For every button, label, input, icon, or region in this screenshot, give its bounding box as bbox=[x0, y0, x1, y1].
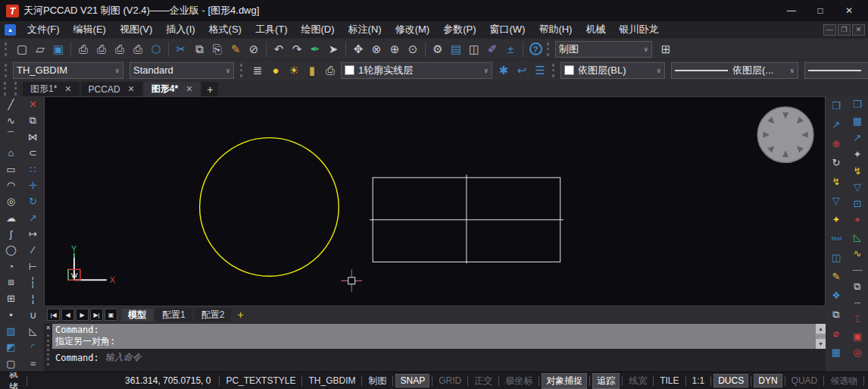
add-selected-icon[interactable]: ✒ bbox=[306, 40, 324, 58]
layout-menu-button[interactable]: ▣ bbox=[105, 309, 117, 321]
leader-note-icon[interactable]: ↗ bbox=[847, 130, 868, 146]
quick-select-icon[interactable]: ➤ bbox=[324, 40, 342, 58]
status-toggle-追踪[interactable]: 追踪 bbox=[592, 373, 620, 389]
tolerance-frame-icon[interactable]: ⊡ bbox=[847, 196, 868, 212]
maximize-button[interactable]: □ bbox=[806, 2, 835, 20]
move-icon[interactable]: ✛ bbox=[22, 177, 44, 193]
open-file-icon[interactable]: ▱ bbox=[31, 40, 49, 58]
command-input-line[interactable]: Command: 输入命令 bbox=[52, 349, 826, 364]
workspace-dropdown[interactable]: 制图 ∨ bbox=[555, 41, 652, 58]
command-scrollbar[interactable]: ▲ ▼ bbox=[816, 324, 826, 349]
blend-icon[interactable]: ≈ bbox=[22, 356, 44, 372]
hidden-line-icon[interactable]: ┄ bbox=[847, 295, 868, 312]
status-toggle-线宽[interactable]: 线宽 bbox=[625, 374, 651, 388]
layer-plot-icon[interactable]: ⎙ bbox=[321, 61, 339, 80]
status-toggle-候选物[interactable]: 候选物 bbox=[826, 374, 861, 388]
status-toggle-th-gbdim[interactable]: TH_GBDIM bbox=[304, 375, 359, 387]
extend-icon[interactable]: ⊢ bbox=[22, 258, 44, 274]
help-icon[interactable]: ? bbox=[526, 40, 545, 58]
document-tab-2[interactable]: PCCAD✕ bbox=[81, 82, 142, 96]
status-toggle-quad[interactable]: QUAD bbox=[788, 375, 822, 387]
minimize-button[interactable]: — bbox=[777, 2, 806, 20]
circle-icon[interactable]: ◎ bbox=[0, 193, 22, 209]
trim-icon[interactable]: ∕ bbox=[22, 242, 44, 258]
menu-item-12[interactable]: 帮助(H) bbox=[532, 21, 579, 38]
previous-layout-button[interactable]: ◀ bbox=[61, 309, 74, 321]
status-toggle-snap[interactable]: SNAP bbox=[395, 374, 429, 387]
status-toggle-ducs[interactable]: DUCS bbox=[713, 374, 748, 387]
status-toggle-制图[interactable]: 制图 bbox=[364, 374, 390, 388]
menu-item-10[interactable]: 参数(P) bbox=[436, 21, 482, 38]
command-close-icon[interactable]: ✕ bbox=[45, 325, 51, 332]
last-layout-button[interactable]: ▶| bbox=[90, 309, 103, 321]
clean-screen-icon[interactable]: ✐ bbox=[483, 40, 501, 58]
center-mark-icon[interactable]: ⊕ bbox=[826, 134, 847, 153]
copy-icon[interactable]: ⧉ bbox=[22, 112, 44, 128]
gradient-icon[interactable]: ◩ bbox=[0, 339, 22, 355]
redo-icon[interactable]: ↷ bbox=[288, 40, 306, 58]
status-toggle-tile[interactable]: TILE bbox=[656, 375, 682, 387]
publish-icon[interactable]: ⎙ bbox=[129, 40, 147, 58]
lineweight-dropdown[interactable] bbox=[804, 62, 868, 79]
batch-plot-icon[interactable]: ⎙ bbox=[92, 40, 111, 58]
paste-icon[interactable]: ⎘ bbox=[208, 40, 226, 58]
region-icon[interactable]: ▢ bbox=[0, 356, 22, 372]
layer-dropdown[interactable]: 1轮廓实线层 ∨ bbox=[341, 62, 492, 79]
view-3d-icon[interactable]: ⬡ bbox=[147, 40, 165, 58]
annotation-edit-icon[interactable]: ✎ bbox=[826, 267, 847, 286]
revision-cloud-icon[interactable]: ☁ bbox=[0, 209, 22, 225]
fillet-icon[interactable]: ◜ bbox=[22, 339, 44, 355]
new-drawing-tab-button[interactable]: + bbox=[201, 82, 218, 96]
color-dropdown[interactable]: 依图层(BL) ∨ bbox=[560, 62, 665, 79]
layer-previous-icon[interactable]: ↩ bbox=[513, 61, 531, 80]
weld-symbol-icon[interactable]: ∿ bbox=[847, 245, 868, 262]
layout-viewport-icon[interactable]: ❒ bbox=[847, 96, 868, 113]
rotate-icon[interactable]: ↻ bbox=[22, 193, 44, 209]
styles-toolbar-handle[interactable] bbox=[5, 64, 8, 77]
document-tab-1[interactable]: 图形1*✕ bbox=[23, 82, 80, 96]
new-layout-button[interactable]: + bbox=[234, 309, 246, 321]
status-toggle-grid[interactable]: GRID bbox=[435, 375, 465, 387]
dimstyle-dropdown[interactable]: TH_GBDIM ∨ bbox=[13, 62, 123, 79]
join-icon[interactable]: ∪ bbox=[22, 306, 44, 322]
array-icon[interactable]: ∷ bbox=[22, 161, 44, 177]
status-toggle-pc-textstyle[interactable]: PC_TEXTSTYLE bbox=[222, 375, 299, 387]
roughness-symbol-icon[interactable]: ▽ bbox=[847, 179, 868, 196]
break-icon[interactable]: ¦ bbox=[22, 290, 44, 306]
draw-order-icon[interactable]: ⊘ bbox=[245, 40, 263, 58]
menu-item-1[interactable]: 文件(F) bbox=[20, 21, 67, 38]
layers-toolbar-handle[interactable] bbox=[240, 64, 244, 77]
copy-objects-icon[interactable]: ⧉ bbox=[826, 305, 847, 324]
next-layout-button[interactable]: ▶ bbox=[76, 309, 89, 321]
first-layout-button[interactable]: |◀ bbox=[47, 309, 60, 321]
polygon-icon[interactable]: ⌂ bbox=[0, 145, 22, 161]
coordinates-display[interactable]: 361.314, 705.0715, 0 bbox=[119, 375, 217, 386]
smart-annotate-icon[interactable]: ✦ bbox=[826, 210, 847, 229]
new-viewport-icon[interactable]: ❒ bbox=[826, 96, 847, 115]
bolt-side-view-icon[interactable]: ⌶ bbox=[847, 311, 868, 328]
save-file-icon[interactable]: ▣ bbox=[49, 40, 67, 58]
offset-icon[interactable]: ⊂ bbox=[22, 145, 44, 161]
table-grid-icon[interactable]: ▦ bbox=[847, 113, 868, 130]
close-button[interactable]: ✕ bbox=[835, 2, 863, 20]
zoom-realtime-icon[interactable]: ⊗ bbox=[367, 40, 386, 58]
toolbar-drag-handle[interactable] bbox=[5, 42, 8, 56]
copy-clip-icon[interactable]: ⧉ bbox=[190, 40, 208, 58]
mdi-minimize-button[interactable]: — bbox=[823, 24, 836, 36]
design-center-icon[interactable]: ◫ bbox=[465, 40, 483, 58]
text-tool-icon[interactable]: Text bbox=[826, 229, 847, 248]
menu-item-7[interactable]: 绘图(D) bbox=[295, 21, 342, 38]
status-toggle-极坐标[interactable]: 极坐标 bbox=[501, 374, 536, 388]
cut-icon[interactable]: ✂ bbox=[172, 40, 190, 58]
quick-dimension-icon[interactable]: ↯ bbox=[847, 162, 868, 179]
workspace-toolbar-handle[interactable] bbox=[547, 42, 551, 56]
tab-close-icon[interactable]: ✕ bbox=[186, 84, 192, 94]
polyline-icon[interactable]: ∿ bbox=[0, 112, 22, 128]
dock-handle[interactable] bbox=[14, 82, 18, 96]
rectangle-icon[interactable]: ▭ bbox=[0, 161, 22, 177]
layer-lock-icon[interactable]: ▮ bbox=[303, 61, 321, 80]
settings-icon[interactable]: ⚙ bbox=[429, 40, 447, 58]
mdi-restore-button[interactable]: ❐ bbox=[838, 24, 851, 36]
layout-tab-3[interactable]: 配置2 bbox=[195, 309, 232, 322]
drawing-canvas[interactable]: XYW bbox=[44, 96, 826, 306]
